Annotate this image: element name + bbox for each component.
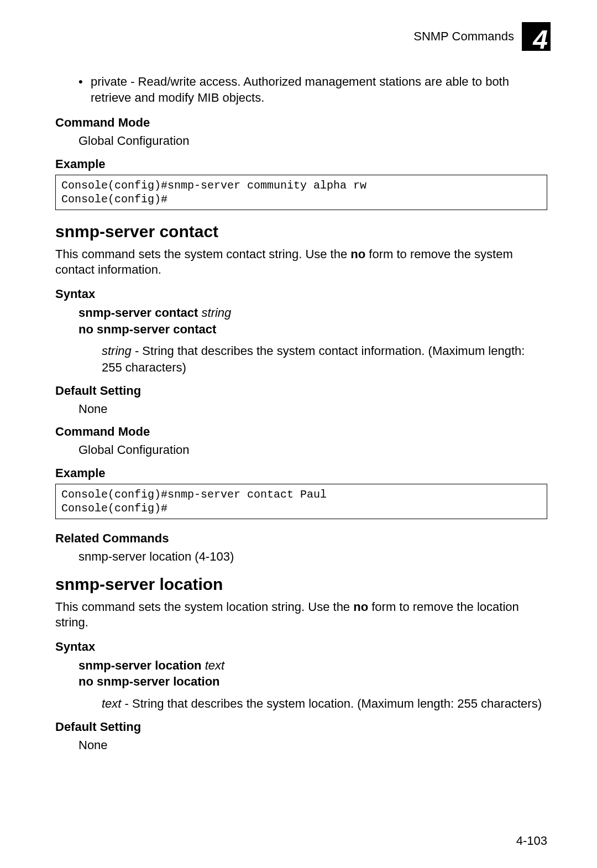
chapter-badge: 4 [522, 22, 551, 51]
command-description: This command sets the system location st… [55, 599, 547, 631]
chapter-number: 4 [533, 27, 548, 53]
command-mode-value: Global Configuration [78, 133, 547, 149]
default-setting-label: Default Setting [55, 720, 547, 734]
syntax-no-form: no snmp-server contact [78, 322, 216, 336]
related-command-link: snmp-server location (4-103) [78, 549, 547, 565]
param-text: - String that describes the system locat… [121, 697, 542, 710]
syntax-command: snmp-server location [78, 658, 202, 672]
syntax-arg: string [202, 306, 232, 320]
desc-bold: no [353, 600, 368, 614]
param-description: text - String that describes the system … [102, 696, 547, 712]
command-mode-value: Global Configuration [78, 442, 547, 458]
code-example: Console(config)#snmp-server contact Paul… [55, 484, 547, 519]
syntax-block: snmp-server contact string no snmp-serve… [78, 305, 547, 337]
bullet-dot-icon: • [78, 74, 91, 106]
default-setting-label: Default Setting [55, 384, 547, 398]
related-commands-label: Related Commands [55, 531, 547, 546]
syntax-label: Syntax [55, 287, 547, 301]
syntax-block: snmp-server location text no snmp-server… [78, 657, 547, 690]
param-name: string [102, 344, 132, 358]
syntax-command: snmp-server contact [78, 306, 198, 320]
param-name: text [102, 697, 121, 710]
breadcrumb: SNMP Commands [413, 29, 514, 44]
command-mode-label: Command Mode [55, 116, 547, 130]
page-header: SNMP Commands 4 [55, 22, 551, 51]
desc-prefix: This command sets the system contact str… [55, 247, 350, 261]
page-number: 4-103 [516, 834, 547, 848]
bullet-item: • private - Read/write access. Authorize… [78, 74, 547, 106]
command-mode-label: Command Mode [55, 425, 547, 439]
default-setting-value: None [78, 401, 547, 417]
syntax-no-form: no snmp-server location [78, 674, 220, 688]
desc-prefix: This command sets the system location st… [55, 600, 353, 614]
command-title-contact: snmp-server contact [55, 222, 547, 241]
syntax-label: Syntax [55, 640, 547, 654]
param-text: - String that describes the system conta… [102, 344, 525, 374]
desc-bold: no [350, 247, 365, 261]
syntax-arg: text [205, 658, 224, 672]
example-label: Example [55, 466, 547, 480]
command-description: This command sets the system contact str… [55, 247, 547, 278]
bullet-text: private - Read/write access. Authorized … [91, 74, 547, 106]
command-title-location: snmp-server location [55, 575, 547, 594]
example-label: Example [55, 157, 547, 171]
default-setting-value: None [78, 738, 547, 754]
code-example: Console(config)#snmp-server community al… [55, 175, 547, 210]
param-description: string - String that describes the syste… [102, 343, 547, 375]
